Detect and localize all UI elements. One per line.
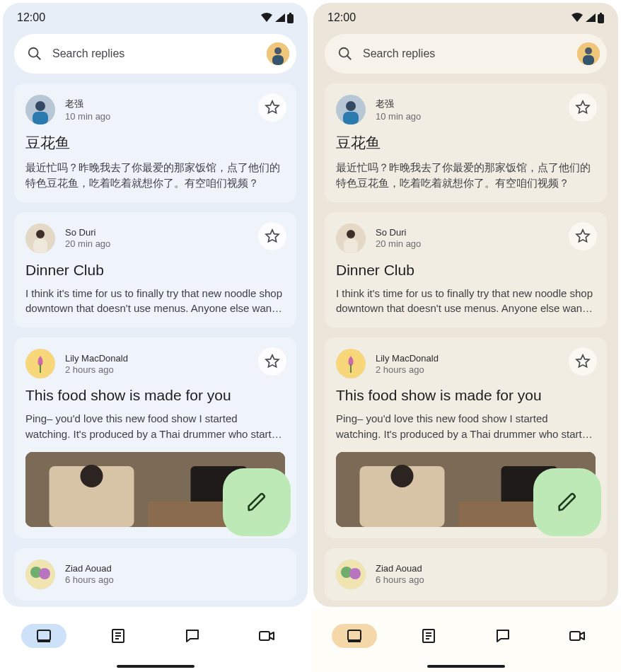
- search-placeholder: Search replies: [363, 47, 567, 60]
- message-card[interactable]: So Duri 20 min ago Dinner Club I think i…: [14, 212, 296, 328]
- message-body: Ping– you'd love this new food show I st…: [336, 411, 596, 442]
- phone-beige-theme: 12:00 Search replies 老强: [310, 0, 621, 672]
- sender-name: Ziad Aouad: [65, 563, 114, 574]
- gesture-handle: [427, 665, 505, 668]
- battery-icon: [598, 13, 604, 23]
- wifi-icon: [571, 13, 584, 23]
- sender-time: 6 hours ago: [65, 574, 114, 585]
- svg-point-42: [347, 230, 355, 238]
- nav-inbox[interactable]: [332, 624, 377, 648]
- sender-time: 2 hours ago: [376, 364, 439, 375]
- message-title: 豆花鱼: [336, 133, 596, 153]
- nav-chat[interactable]: [170, 624, 215, 648]
- pencil-icon: [557, 492, 578, 513]
- star-button[interactable]: [258, 93, 286, 122]
- sender-avatar: [336, 349, 366, 378]
- star-icon: [265, 228, 280, 244]
- sender-avatar: [25, 95, 55, 124]
- star-button[interactable]: [569, 222, 597, 250]
- nav-articles[interactable]: [95, 624, 141, 648]
- chat-icon: [185, 628, 200, 644]
- status-icons: [571, 13, 604, 23]
- sender-name: 老强: [65, 98, 110, 110]
- svg-point-11: [36, 230, 45, 238]
- svg-rect-1: [289, 13, 291, 14]
- message-title: 豆花鱼: [25, 133, 285, 153]
- search-placeholder: Search replies: [52, 47, 257, 60]
- video-icon: [569, 629, 586, 643]
- battery-icon: [287, 13, 294, 23]
- nav-inbox[interactable]: [21, 624, 66, 648]
- gesture-handle: [117, 665, 195, 668]
- sender-time: 20 min ago: [65, 238, 110, 249]
- message-body: I think it's time for us to finally try …: [25, 286, 285, 317]
- pencil-icon: [246, 492, 267, 513]
- svg-point-39: [346, 101, 356, 111]
- svg-rect-25: [37, 640, 50, 642]
- profile-avatar[interactable]: [577, 42, 600, 65]
- compose-fab[interactable]: [223, 468, 291, 536]
- profile-avatar[interactable]: [267, 42, 289, 65]
- svg-point-23: [39, 568, 50, 579]
- message-card[interactable]: Ziad Aouad 6 hours ago: [14, 548, 296, 601]
- inbox-icon: [346, 628, 363, 644]
- message-title: Dinner Club: [25, 262, 285, 279]
- screen: 12:00 Search replies 老强: [313, 3, 618, 607]
- nav-video[interactable]: [244, 624, 289, 648]
- star-icon: [575, 354, 591, 369]
- sender-avatar: [336, 224, 366, 253]
- star-button[interactable]: [569, 93, 597, 122]
- nav-articles[interactable]: [406, 624, 451, 648]
- signal-icon: [585, 13, 596, 23]
- inbox-icon: [35, 628, 52, 644]
- status-bar: 12:00: [313, 3, 618, 30]
- message-card[interactable]: So Duri 20 min ago Dinner Club I think i…: [325, 212, 607, 328]
- sender-avatar: [336, 95, 366, 124]
- svg-rect-0: [287, 14, 294, 23]
- star-button[interactable]: [569, 347, 597, 376]
- compose-fab[interactable]: [533, 468, 601, 536]
- bottom-nav: [310, 610, 621, 672]
- message-card[interactable]: Ziad Aouad 6 hours ago: [325, 548, 607, 601]
- search-bar[interactable]: Search replies: [325, 34, 607, 74]
- svg-rect-37: [583, 55, 594, 65]
- star-button[interactable]: [258, 222, 286, 250]
- video-icon: [258, 629, 275, 643]
- article-icon: [421, 628, 436, 644]
- search-bar[interactable]: Search replies: [14, 34, 296, 74]
- svg-line-3: [37, 56, 41, 60]
- sender-name: Lily MacDonald: [65, 353, 128, 364]
- clock: 12:00: [327, 11, 356, 24]
- sender-name: Lily MacDonald: [376, 353, 439, 364]
- message-title: This food show is made for you: [25, 387, 285, 404]
- sender-time: 2 hours ago: [65, 364, 128, 375]
- message-card[interactable]: 老强 10 min ago 豆花鱼 最近忙吗？昨晚我去了你最爱的那家饭馆，点了他…: [325, 83, 607, 202]
- nav-chat[interactable]: [480, 624, 526, 648]
- star-icon: [575, 100, 591, 115]
- message-body: I think it's time for us to finally try …: [336, 286, 596, 317]
- bottom-nav: [0, 610, 310, 672]
- svg-point-33: [339, 48, 349, 57]
- svg-point-2: [29, 48, 38, 57]
- svg-rect-61: [570, 632, 580, 640]
- svg-rect-32: [600, 13, 602, 14]
- star-button[interactable]: [258, 347, 286, 376]
- svg-point-18: [81, 465, 103, 487]
- sender-avatar: [25, 560, 55, 589]
- sender-name: Ziad Aouad: [376, 563, 424, 574]
- chat-icon: [495, 628, 511, 644]
- svg-rect-9: [33, 112, 48, 124]
- nav-video[interactable]: [555, 624, 600, 648]
- status-icons: [260, 13, 294, 23]
- sender-avatar: [25, 349, 55, 378]
- svg-point-8: [35, 101, 45, 111]
- svg-point-54: [349, 568, 361, 579]
- svg-rect-30: [260, 632, 269, 640]
- message-card[interactable]: 老强 10 min ago 豆花鱼 最近忙吗？昨晚我去了你最爱的那家饭馆，点了他…: [14, 83, 296, 202]
- signal-icon: [274, 13, 286, 23]
- star-icon: [575, 228, 591, 244]
- sender-name: So Duri: [65, 227, 110, 238]
- search-icon: [27, 46, 42, 62]
- message-body: Ping– you'd love this new food show I st…: [25, 411, 285, 442]
- svg-rect-40: [343, 112, 359, 124]
